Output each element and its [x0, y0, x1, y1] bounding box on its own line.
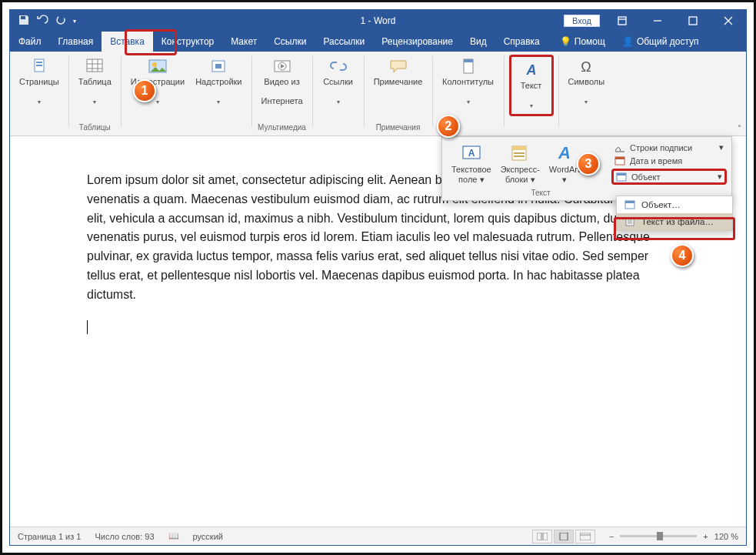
pages-button[interactable]: Страницы▾	[15, 55, 64, 109]
svg-rect-6	[36, 65, 42, 66]
spellcheck-icon[interactable]: 📖	[168, 531, 179, 541]
comments-group-label: Примечания	[376, 123, 421, 133]
badge-3: 3	[577, 152, 600, 176]
group-comments: Примечание Примечания	[365, 52, 432, 135]
status-bar: Страница 1 из 1 Число слов: 93 📖 русский…	[10, 527, 746, 545]
media-group-label: Мультимедиа	[258, 123, 306, 133]
undo-icon[interactable]	[36, 14, 48, 28]
collapse-ribbon-icon[interactable]: ˄	[738, 124, 741, 132]
svg-rect-32	[617, 173, 626, 176]
badge-4: 4	[671, 244, 694, 267]
ribbon: Страницы▾ Таблица▾ Таблицы Иллюстрации▾ …	[10, 52, 746, 136]
addins-button[interactable]: Надстройки▾	[191, 55, 246, 109]
status-page[interactable]: Страница 1 из 1	[18, 532, 81, 541]
svg-rect-2	[618, 17, 626, 25]
text-group-label: Текст	[447, 189, 634, 197]
quick-access-toolbar: ▾	[10, 14, 76, 28]
zoom-out-icon[interactable]: −	[609, 532, 614, 541]
textbox-button[interactable]: A Текстовое поле ▾	[447, 142, 496, 186]
redo-icon[interactable]	[55, 14, 67, 28]
tab-share[interactable]: 👤Общий доступ	[614, 32, 708, 52]
maximize-icon[interactable]	[675, 10, 711, 32]
tab-view[interactable]: Вид	[461, 32, 495, 52]
svg-rect-5	[36, 62, 42, 63]
sign-in-button[interactable]: Вход	[564, 15, 600, 27]
qat-dropdown-icon[interactable]: ▾	[73, 18, 76, 25]
minimize-icon[interactable]	[640, 10, 675, 32]
menu-text-from-file[interactable]: Текст из файла…	[617, 213, 732, 230]
svg-rect-15	[464, 59, 473, 62]
tab-file[interactable]: Файл	[10, 32, 50, 52]
ribbon-tabs: Файл Главная Вставка Конструктор Макет С…	[10, 32, 746, 52]
tab-references[interactable]: Ссылки	[265, 32, 315, 52]
svg-rect-19	[543, 533, 548, 540]
signature-line-button[interactable]: Строки подписи ▾	[611, 142, 727, 153]
view-web-icon[interactable]	[575, 530, 595, 543]
svg-text:A: A	[525, 62, 536, 78]
quickparts-button[interactable]: Экспресс- блоки ▾	[496, 142, 545, 186]
svg-rect-7	[87, 59, 102, 72]
symbols-button[interactable]: Ω Символы▾	[564, 55, 610, 109]
svg-rect-27	[514, 155, 525, 157]
zoom-control[interactable]: − + 120 %	[609, 532, 738, 541]
date-time-button[interactable]: Дата и время	[611, 155, 727, 166]
comment-button[interactable]: Примечание	[369, 55, 428, 102]
svg-rect-20	[560, 533, 568, 540]
group-symbols: Ω Символы▾	[559, 52, 614, 135]
tab-design[interactable]: Конструктор	[153, 32, 222, 52]
title-bar: ▾ 1 - Word Вход	[10, 10, 746, 32]
group-text: A Текст▾	[505, 52, 558, 135]
svg-text:A: A	[468, 148, 475, 159]
view-print-icon[interactable]	[554, 530, 574, 543]
svg-rect-3	[689, 17, 697, 25]
group-pages: Страницы▾	[10, 52, 68, 135]
object-submenu: Объект… Текст из файла…	[616, 196, 733, 231]
svg-rect-21	[580, 533, 591, 540]
object-button[interactable]: Объект ▾	[611, 169, 727, 185]
status-word-count[interactable]: Число слов: 93	[95, 532, 154, 541]
illustrations-button[interactable]: Иллюстрации▾	[126, 55, 189, 109]
save-icon[interactable]	[18, 14, 30, 28]
badge-2: 2	[437, 115, 460, 138]
ribbon-options-icon[interactable]	[604, 10, 640, 32]
svg-rect-26	[514, 152, 525, 154]
text-button[interactable]: A Текст▾	[515, 59, 548, 112]
tab-layout[interactable]: Макет	[222, 32, 265, 52]
svg-rect-30	[615, 157, 624, 159]
header-footer-button[interactable]: Колонтитулы▾	[438, 55, 499, 109]
tab-mailings[interactable]: Рассылки	[315, 32, 373, 52]
share-label: Общий доступ	[637, 36, 699, 47]
group-tables: Таблица▾ Таблицы	[69, 52, 121, 135]
svg-point-9	[152, 62, 157, 67]
zoom-in-icon[interactable]: +	[703, 532, 708, 541]
svg-rect-11	[215, 64, 221, 69]
svg-rect-18	[537, 533, 541, 540]
view-read-icon[interactable]	[532, 530, 552, 543]
close-icon[interactable]	[711, 10, 746, 32]
table-button[interactable]: Таблица▾	[74, 55, 116, 109]
text-cursor	[87, 320, 88, 334]
svg-rect-34	[625, 201, 634, 203]
view-buttons	[532, 530, 595, 543]
tab-home[interactable]: Главная	[50, 32, 102, 52]
zoom-level[interactable]: 120 %	[714, 532, 738, 541]
svg-text:A: A	[558, 143, 571, 162]
group-media: Видео изИнтернета Мультимедиа	[252, 52, 312, 135]
group-links: Ссылки▾	[313, 52, 364, 135]
tab-tell-me[interactable]: 💡Помощ	[551, 32, 614, 52]
tab-insert[interactable]: Вставка	[102, 32, 153, 52]
tell-me-label: Помощ	[574, 36, 605, 47]
badge-1: 1	[133, 79, 156, 102]
svg-rect-0	[21, 16, 25, 19]
menu-object[interactable]: Объект…	[617, 196, 732, 213]
online-video-button[interactable]: Видео изИнтернета	[257, 55, 308, 109]
status-language[interactable]: русский	[193, 532, 223, 541]
tab-help[interactable]: Справка	[495, 32, 548, 52]
tables-group-label: Таблицы	[79, 123, 111, 133]
svg-rect-25	[512, 146, 526, 150]
links-button[interactable]: Ссылки▾	[318, 55, 359, 109]
svg-point-1	[57, 16, 65, 24]
window-title: 1 - Word	[361, 15, 396, 26]
tab-review[interactable]: Рецензирование	[373, 32, 461, 52]
svg-text:Ω: Ω	[581, 59, 591, 75]
